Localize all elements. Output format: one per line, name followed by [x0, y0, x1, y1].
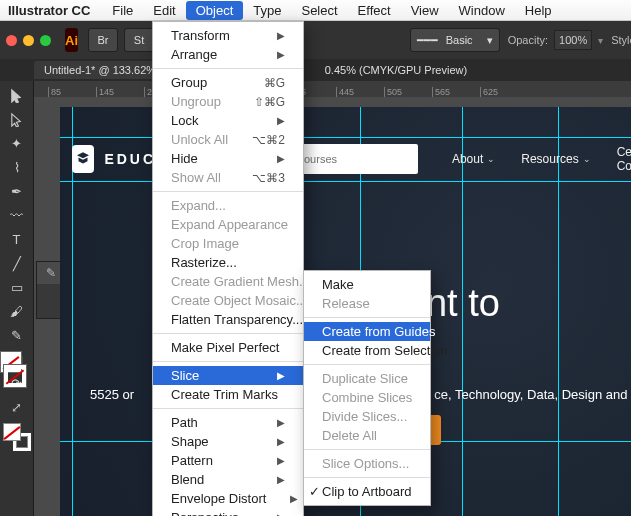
horizontal-ruler: 85145205265325385445505565625 — [34, 81, 631, 97]
menu-item-flatten-transparency[interactable]: Flatten Transparency... — [153, 310, 303, 329]
menu-item-arrange[interactable]: Arrange▶ — [153, 45, 303, 64]
rectangle-tool-icon[interactable]: ▭ — [0, 275, 34, 299]
nav-about[interactable]: About⌄ — [452, 145, 495, 173]
nav-resources[interactable]: Resources⌄ — [521, 145, 590, 173]
menu-item-crop-image: Crop Image — [153, 234, 303, 253]
opacity-label: Opacity: — [508, 34, 548, 46]
menu-item-create-trim-marks[interactable]: Create Trim Marks — [153, 385, 303, 404]
menu-item-create-gradient-mesh: Create Gradient Mesh... — [153, 272, 303, 291]
nav-links: About⌄ Resources⌄ Certification Course — [452, 145, 631, 173]
menu-select[interactable]: Select — [291, 1, 347, 20]
search-input[interactable]: Courses — [286, 144, 418, 174]
menu-edit[interactable]: Edit — [143, 1, 185, 20]
menu-item-group[interactable]: Group⌘G — [153, 73, 303, 92]
logo-icon — [72, 145, 94, 173]
object-menu: Transform▶Arrange▶Group⌘GUngroup⇧⌘GLock▶… — [152, 21, 304, 516]
magic-wand-tool-icon[interactable]: ✦ — [0, 131, 34, 155]
opacity-input[interactable]: 100% — [554, 30, 592, 50]
close-window-icon[interactable] — [6, 35, 17, 46]
menu-effect[interactable]: Effect — [348, 1, 401, 20]
menu-type[interactable]: Type — [243, 1, 291, 20]
menu-item-path[interactable]: Path▶ — [153, 413, 303, 432]
illustrator-logo-icon: Ai — [65, 28, 78, 52]
menu-item-perspective[interactable]: Perspective▶ — [153, 508, 303, 516]
illustrator-control-bar: Ai Br St ▦ ▾ Strok ━━━ Basic ▾ Opacity: … — [0, 21, 631, 59]
brand-text: EDUC — [104, 151, 156, 167]
menu-item-unlock-all: Unlock All⌥⌘2 — [153, 130, 303, 149]
shaper-tool-icon[interactable]: ✎ — [0, 323, 34, 347]
menu-item-clip-to-artboard[interactable]: Clip to Artboard✓ — [304, 482, 430, 501]
menu-item-transform[interactable]: Transform▶ — [153, 26, 303, 45]
menu-item-divide-slices: Divide Slices... — [304, 407, 430, 426]
menu-item-create-from-guides[interactable]: Create from Guides — [304, 322, 430, 341]
menu-object[interactable]: Object — [186, 1, 244, 20]
menu-item-envelope-distort[interactable]: Envelope Distort▶ — [153, 489, 303, 508]
menu-item-duplicate-slice: Duplicate Slice — [304, 369, 430, 388]
menu-item-expand-appearance: Expand Appearance — [153, 215, 303, 234]
menu-window[interactable]: Window — [449, 1, 515, 20]
paintbrush-tool-icon[interactable]: 🖌 — [0, 299, 34, 323]
fill-stroke-swatches[interactable] — [3, 423, 31, 451]
brush-basic-dropdown[interactable]: ━━━ Basic ▾ — [410, 28, 500, 52]
macos-menubar: Illustrator CC FileEditObjectTypeSelectE… — [0, 0, 631, 21]
chevron-down-icon[interactable]: ▾ — [598, 35, 603, 46]
menu-item-blend[interactable]: Blend▶ — [153, 470, 303, 489]
menu-item-shape[interactable]: Shape▶ — [153, 432, 303, 451]
menu-item-hide[interactable]: Hide▶ — [153, 149, 303, 168]
style-label: Style: — [611, 34, 631, 46]
chevron-down-icon: ⌄ — [583, 154, 591, 164]
website-header: EDUC Courses About⌄ Resources⌄ Certifica… — [60, 137, 631, 181]
selection-tool-icon[interactable] — [0, 83, 34, 107]
document-tab-suffix: 0.45% (CMYK/GPU Preview) — [325, 64, 467, 76]
direct-selection-tool-icon[interactable] — [0, 107, 34, 131]
slice-submenu: MakeReleaseCreate from GuidesCreate from… — [303, 270, 431, 506]
stock-button[interactable]: St — [124, 28, 154, 52]
menu-item-pattern[interactable]: Pattern▶ — [153, 451, 303, 470]
curvature-tool-icon[interactable]: 〰 — [0, 203, 34, 227]
menu-item-make[interactable]: Make — [304, 275, 430, 294]
bridge-button[interactable]: Br — [88, 28, 118, 52]
menu-item-slice-options: Slice Options... — [304, 454, 430, 473]
menu-item-delete-all: Delete All — [304, 426, 430, 445]
menu-item-combine-slices: Combine Slices — [304, 388, 430, 407]
line-tool-icon[interactable]: ╱ — [0, 251, 34, 275]
pen-tool-icon[interactable]: ✒ — [0, 179, 34, 203]
menu-item-show-all: Show All⌥⌘3 — [153, 168, 303, 187]
guide-horizontal[interactable] — [60, 181, 631, 182]
menu-item-create-from-selection[interactable]: Create from Selection — [304, 341, 430, 360]
menu-item-lock[interactable]: Lock▶ — [153, 111, 303, 130]
menu-item-create-object-mosaic: Create Object Mosaic... — [153, 291, 303, 310]
menu-help[interactable]: Help — [515, 1, 562, 20]
swatch-overlay — [0, 351, 26, 395]
zoom-window-icon[interactable] — [40, 35, 51, 46]
document-tabbar: Untitled-1* @ 133.62% (C 0.45% (CMYK/GPU… — [0, 59, 631, 81]
menu-item-slice[interactable]: Slice▶ — [153, 366, 303, 385]
scale-tool-icon[interactable]: ⤢ — [0, 395, 34, 419]
type-tool-icon[interactable]: T — [0, 227, 34, 251]
minimize-window-icon[interactable] — [23, 35, 34, 46]
chevron-down-icon: ⌄ — [487, 154, 495, 164]
nav-certification[interactable]: Certification Course — [617, 145, 631, 173]
tools-panel: ✦ ⌇ ✒ 〰 T ╱ ▭ 🖌 ✎ ◧ ⟳ ⤢ — [0, 81, 34, 516]
menu-view[interactable]: View — [401, 1, 449, 20]
menu-file[interactable]: File — [102, 1, 143, 20]
app-title: Illustrator CC — [8, 3, 90, 18]
menu-item-make-pixel-perfect[interactable]: Make Pixel Perfect — [153, 338, 303, 357]
menu-item-expand: Expand... — [153, 196, 303, 215]
menu-item-rasterize[interactable]: Rasterize... — [153, 253, 303, 272]
menu-item-release: Release — [304, 294, 430, 313]
menu-item-ungroup: Ungroup⇧⌘G — [153, 92, 303, 111]
lasso-tool-icon[interactable]: ⌇ — [0, 155, 34, 179]
window-controls[interactable] — [6, 35, 51, 46]
